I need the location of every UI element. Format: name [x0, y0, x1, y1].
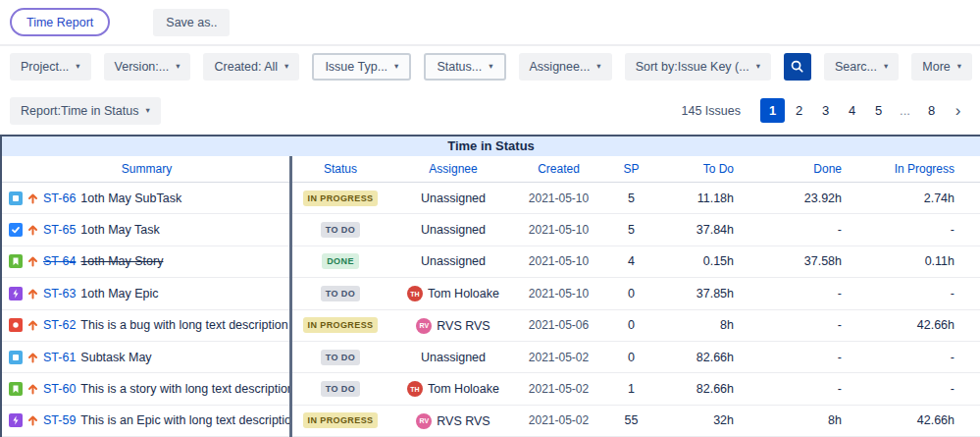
- chevron-down-icon: ▾: [145, 106, 149, 115]
- issue-summary: This is a bug with long text description: [80, 318, 287, 332]
- chevron-down-icon: ▾: [76, 62, 79, 71]
- issue-summary: 1oth May Task: [80, 223, 159, 237]
- created-cell: 2021-05-02: [517, 382, 600, 396]
- col-header-sp[interactable]: SP: [600, 162, 662, 176]
- issue-key-link[interactable]: ST-63: [43, 287, 76, 300]
- col-header-done[interactable]: Done: [746, 162, 855, 176]
- page-button-4[interactable]: 4: [840, 98, 864, 123]
- col-header-summary[interactable]: Summary: [2, 162, 291, 176]
- col-header-inprogress[interactable]: In Progress: [855, 162, 980, 176]
- status-badge: IN PROGRESS: [303, 317, 379, 333]
- issue-summary: This is an Epic with long text descripti…: [80, 413, 291, 427]
- priority-up-icon: [27, 288, 38, 300]
- todo-cell: 82.66h: [662, 382, 746, 396]
- report-bar: Report:Time in Status ▾ 145 Issues 1 2 3…: [0, 86, 980, 135]
- priority-up-icon: [27, 255, 38, 267]
- assignee-cell: THTom Holoake: [389, 381, 517, 398]
- inprogress-cell: -: [855, 287, 980, 300]
- table-row: ST-66 1oth May SubTask IN PROGRESS Unass…: [2, 183, 980, 214]
- issue-key-link[interactable]: ST-60: [43, 382, 76, 396]
- inprogress-cell: 0.11h: [855, 254, 980, 268]
- created-cell: 2021-05-10: [517, 223, 600, 237]
- version-filter-label: Version:...: [115, 60, 170, 74]
- sort-by-label: Sort by:Issue Key (...: [636, 60, 749, 74]
- search-button[interactable]: [784, 53, 811, 81]
- issue-summary: 1oth May Epic: [80, 287, 158, 300]
- priority-up-icon: [27, 319, 38, 331]
- time-in-status-app: Time Report Save as.. Project... ▾ Versi…: [0, 0, 980, 437]
- search-filter-dropdown[interactable]: Searc... ▾: [824, 53, 899, 81]
- todo-cell: 32h: [662, 413, 746, 427]
- table-header-row: Summary Status Assignee Created SP To Do…: [2, 156, 980, 183]
- created-cell: 2021-05-02: [517, 413, 600, 427]
- bug-icon: [9, 318, 23, 332]
- chevron-down-icon: ▾: [284, 62, 288, 71]
- page-button-3[interactable]: 3: [813, 98, 838, 123]
- done-cell: -: [746, 223, 855, 237]
- status-badge: TO DO: [321, 350, 360, 365]
- filter-bar: Project... ▾ Version:... ▾ Created: All …: [0, 46, 980, 86]
- done-cell: -: [746, 382, 855, 396]
- priority-up-icon: [27, 192, 38, 204]
- assignee-cell: Unassigned: [389, 223, 517, 237]
- sp-cell: 5: [600, 223, 662, 237]
- col-header-status[interactable]: Status: [291, 162, 389, 176]
- issue-key-link[interactable]: ST-65: [43, 223, 76, 237]
- page-button-1[interactable]: 1: [760, 98, 785, 123]
- sp-cell: 1: [600, 382, 662, 396]
- col-header-created[interactable]: Created: [517, 162, 600, 176]
- page-button-5[interactable]: 5: [866, 98, 891, 123]
- more-label: More: [922, 60, 950, 74]
- issue-key-link[interactable]: ST-66: [43, 191, 76, 205]
- subtask-icon: [9, 191, 23, 205]
- project-filter-dropdown[interactable]: Project... ▾: [10, 53, 91, 81]
- sort-by-dropdown[interactable]: Sort by:Issue Key (... ▾: [625, 53, 771, 81]
- page-button-8[interactable]: 8: [919, 98, 944, 123]
- assignee-cell: THTom Holoake: [389, 286, 517, 302]
- time-report-button[interactable]: Time Report: [10, 8, 110, 36]
- page-button-2[interactable]: 2: [787, 98, 811, 123]
- assignee-filter-dropdown[interactable]: Assignee... ▾: [519, 53, 612, 81]
- version-filter-dropdown[interactable]: Version:... ▾: [104, 53, 191, 81]
- col-header-assignee[interactable]: Assignee: [389, 162, 517, 176]
- inprogress-cell: 42.66h: [855, 318, 980, 332]
- issue-type-filter-dropdown[interactable]: Issue Typ... ▾: [312, 53, 411, 81]
- issue-key-link[interactable]: ST-64: [43, 254, 76, 268]
- issue-key-link[interactable]: ST-59: [43, 413, 76, 427]
- created-cell: 2021-05-10: [517, 287, 600, 300]
- column-resize-divider[interactable]: [289, 156, 292, 437]
- more-dropdown[interactable]: More ▾: [911, 53, 972, 81]
- report-selector-label: Report:Time in Status: [21, 104, 138, 118]
- priority-up-icon: [27, 383, 38, 395]
- done-cell: 37.58h: [746, 254, 855, 268]
- created-filter-label: Created: All: [214, 60, 278, 74]
- issue-key-link[interactable]: ST-61: [43, 351, 76, 364]
- done-cell: 8h: [746, 413, 855, 427]
- project-filter-label: Project...: [21, 60, 69, 74]
- todo-cell: 37.84h: [662, 223, 746, 237]
- table-row: ST-64 1oth May Story DONE Unassigned 202…: [2, 246, 980, 278]
- chevron-down-icon: ▾: [394, 62, 398, 71]
- next-page-button[interactable]: ›: [946, 98, 970, 123]
- done-cell: 23.92h: [746, 191, 855, 205]
- sp-cell: 55: [600, 413, 662, 427]
- inprogress-cell: -: [855, 382, 980, 396]
- col-header-todo[interactable]: To Do: [662, 162, 746, 176]
- issue-key-link[interactable]: ST-62: [43, 318, 76, 332]
- chevron-down-icon: ▾: [489, 62, 492, 71]
- chevron-down-icon: ▾: [596, 62, 600, 71]
- sp-cell: 4: [600, 254, 662, 268]
- assignee-cell: Unassigned: [389, 191, 517, 205]
- inprogress-cell: 2.74h: [855, 191, 980, 205]
- priority-up-icon: [27, 414, 38, 426]
- report-selector-dropdown[interactable]: Report:Time in Status ▾: [10, 97, 161, 125]
- status-badge: IN PROGRESS: [303, 412, 379, 428]
- issue-summary: 1oth May Story: [80, 254, 163, 268]
- table-title: Time in Status: [2, 135, 980, 156]
- created-filter-dropdown[interactable]: Created: All ▾: [203, 53, 299, 81]
- save-as-button[interactable]: Save as..: [153, 9, 230, 36]
- issue-summary: 1oth May SubTask: [80, 191, 181, 205]
- todo-cell: 11.18h: [662, 191, 746, 205]
- status-filter-dropdown[interactable]: Status... ▾: [424, 53, 505, 81]
- priority-up-icon: [27, 224, 38, 236]
